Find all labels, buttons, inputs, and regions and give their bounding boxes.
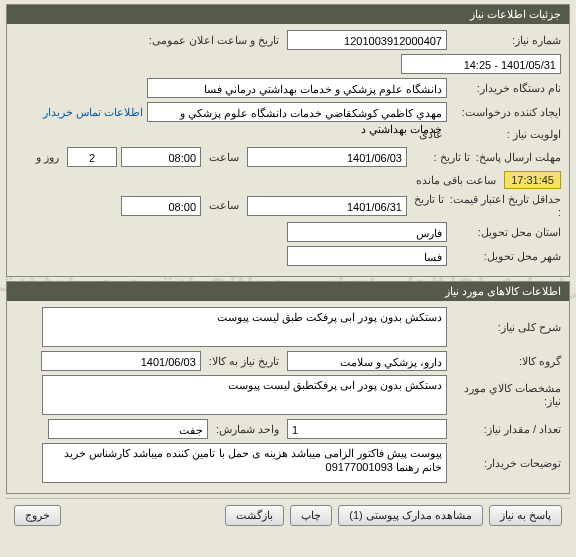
qty-label: تعداد / مقدار نیاز: (451, 423, 561, 436)
group-label: گروه کالا: (451, 355, 561, 368)
validity-label: حداقل تاریخ اعتبار قیمت: تا تاریخ : (411, 193, 561, 218)
desc-label: شرح کلی نیاز: (451, 321, 561, 334)
goods-info-panel: اطلاعات کالاهای مورد نیاز شرح کلی نیاز: … (6, 281, 570, 494)
deadline-date-field: 1401/06/03 (247, 147, 407, 167)
qty-field: 1 (287, 419, 447, 439)
creator-label: ایجاد کننده درخواست: (451, 106, 561, 119)
need-date-label: تاریخ نیاز به کالا: (205, 355, 283, 368)
priority-label: اولویت نیاز : (451, 128, 561, 141)
priority-value: عادی (415, 126, 447, 143)
spec-field: دستکش بدون پودر ابی پرفکتطبق لیست پیوست (42, 375, 447, 415)
need-details-panel: جزئیات اطلاعات نیاز شماره نیاز: 12010039… (6, 4, 570, 277)
panel1-title: جزئیات اطلاعات نیاز (7, 5, 569, 24)
back-button[interactable]: بازگشت (225, 505, 284, 526)
unit-field: جفت (48, 419, 208, 439)
panel2-title: اطلاعات کالاهای مورد نیاز (7, 282, 569, 301)
creator-field: مهدي كاظمي كوشكقاضي خدمات دانشگاه علوم پ… (147, 102, 447, 122)
need-no-label: شماره نیاز: (451, 34, 561, 47)
validity-date-field: 1401/06/31 (247, 196, 407, 216)
attachments-button[interactable]: مشاهده مدارک پیوستی (1) (338, 505, 483, 526)
validity-time-field: 08:00 (121, 196, 201, 216)
time-label-1: ساعت (205, 151, 243, 164)
exit-button[interactable]: خروج (14, 505, 61, 526)
deadline-time-field: 08:00 (121, 147, 201, 167)
print-button[interactable]: چاپ (290, 505, 332, 526)
city-field: فسا (287, 246, 447, 266)
deadline-label: مهلت ارسال پاسخ: تا تاریخ : (411, 151, 561, 164)
unit-label: واحد شمارش: (212, 423, 283, 436)
countdown-badge: 17:31:45 (504, 171, 561, 189)
spec-label: مشخصات کالاي مورد نیاز: (451, 382, 561, 408)
remain-label: ساعت باقی مانده (412, 174, 500, 187)
buyer-name-label: نام دستگاه خریدار: (451, 82, 561, 95)
notes-label: توضیحات خریدار: (451, 457, 561, 470)
province-field: فارس (287, 222, 447, 242)
announce-field: 1401/05/31 - 14:25 (401, 54, 561, 74)
need-date-field: 1401/06/03 (41, 351, 201, 371)
contact-link[interactable]: اطلاعات تماس خریدار (43, 106, 143, 119)
days-label: روز و (32, 151, 63, 164)
days-field: 2 (67, 147, 117, 167)
button-bar: پاسخ به نیاز مشاهده مدارک پیوستی (1) چاپ… (6, 498, 570, 532)
city-label: شهر محل تحویل: (451, 250, 561, 263)
reply-button[interactable]: پاسخ به نیاز (489, 505, 562, 526)
need-no-field: 1201003912000407 (287, 30, 447, 50)
buyer-name-field: دانشگاه علوم پزشکي و خدمات بهداشتي درمان… (147, 78, 447, 98)
notes-field: پیوست پیش فاکتور الزامی میباشد هزینه ی ح… (42, 443, 447, 483)
group-field: دارو، پزشكي و سلامت (287, 351, 447, 371)
desc-field: دستکش بدون پودر ابی پرفکت طبق لیست پیوست (42, 307, 447, 347)
time-label-2: ساعت (205, 199, 243, 212)
province-label: استان محل تحویل: (451, 226, 561, 239)
announce-label: تاریخ و ساعت اعلان عمومی: (145, 34, 283, 47)
